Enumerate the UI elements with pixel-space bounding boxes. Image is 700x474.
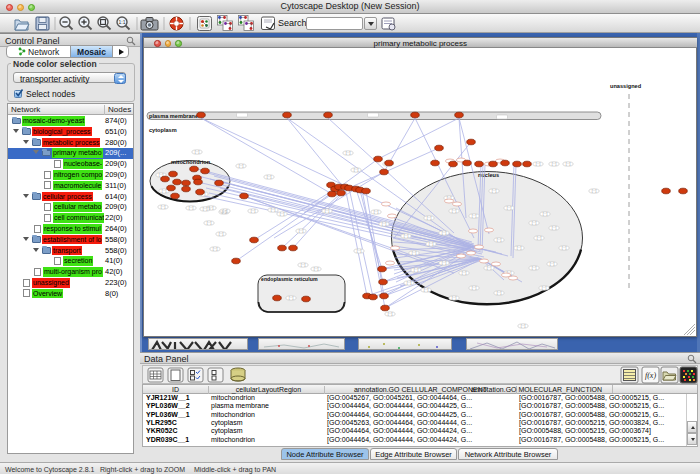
svg-text:[···]: [···] [472,286,477,290]
svg-text:[···]: [···] [462,271,467,275]
svg-text:[···]: [···] [162,189,167,193]
svg-text:[···]: [···] [267,175,272,179]
svg-text:[···]: [···] [542,286,547,290]
svg-text:[···]: [···] [592,189,597,193]
svg-text:[···]: [···] [346,151,351,155]
svg-text:[···]: [···] [424,288,429,292]
svg-text:[···]: [···] [207,221,212,225]
svg-text:[···]: [···] [497,291,502,295]
svg-text:[···]: [···] [357,249,362,253]
svg-text:[···]: [···] [203,207,208,211]
svg-text:[···]: [···] [452,296,457,300]
svg-text:[···]: [···] [521,324,526,328]
svg-text:unassigned: unassigned [610,83,642,89]
svg-text:[···]: [···] [223,209,228,213]
svg-text:[···]: [···] [552,226,557,230]
svg-text:[···]: [···] [354,168,359,172]
svg-text:[···]: [···] [536,162,541,166]
svg-text:[···]: [···] [442,261,447,265]
svg-text:[···]: [···] [189,206,194,210]
svg-text:[···]: [···] [382,222,387,226]
svg-text:[···]: [···] [412,251,417,255]
svg-text:[···]: [···] [195,150,200,154]
svg-text:[···]: [···] [404,234,409,238]
svg-text:[···]: [···] [532,266,537,270]
svg-text:[···]: [···] [209,206,214,210]
svg-text:[···]: [···] [301,263,306,267]
svg-text:[···]: [···] [550,262,555,266]
svg-text:[···]: [···] [497,238,502,242]
svg-text:[···]: [···] [487,266,492,270]
svg-text:[···]: [···] [280,212,285,216]
svg-text:[···]: [···] [271,208,276,212]
svg-text:[···]: [···] [429,242,434,246]
svg-text:[···]: [···] [552,162,557,166]
svg-text:[···]: [···] [289,296,294,300]
svg-text:[···]: [···] [388,312,393,316]
svg-text:[···]: [···] [299,229,304,233]
svg-text:[···]: [···] [543,212,548,216]
svg-text:[···]: [···] [374,210,379,214]
svg-text:[···]: [···] [566,162,571,166]
svg-text:1:1: 1:1 [119,19,126,25]
svg-text:plasma membrane: plasma membrane [149,113,198,119]
svg-text:[···]: [···] [213,247,218,251]
svg-text:[···]: [···] [314,267,319,271]
svg-text:[···]: [···] [442,231,447,235]
svg-text:[···]: [···] [414,268,419,272]
svg-text:cytoplasm: cytoplasm [149,127,177,133]
svg-text:[···]: [···] [562,246,567,250]
svg-text:[···]: [···] [161,205,166,209]
svg-text:[···]: [···] [507,206,512,210]
svg-text:[···]: [···] [239,164,244,168]
svg-text:[···]: [···] [517,246,522,250]
svg-text:[···]: [···] [492,189,497,193]
svg-text:[···]: [···] [325,209,330,213]
svg-text:mitochondrion: mitochondrion [171,159,211,165]
svg-text:[···]: [···] [537,236,542,240]
svg-text:[···]: [···] [452,209,457,213]
svg-text:[···]: [···] [427,216,432,220]
svg-text:[···]: [···] [472,214,477,218]
svg-text:[···]: [···] [407,281,412,285]
svg-text:[···]: [···] [219,232,224,236]
svg-text:[···]: [···] [532,221,537,225]
svg-text:nucleus: nucleus [478,172,499,178]
svg-text:endoplasmic reticulum: endoplasmic reticulum [261,276,318,282]
svg-text:f(x): f(x) [645,371,656,380]
svg-text:[···]: [···] [251,209,256,213]
